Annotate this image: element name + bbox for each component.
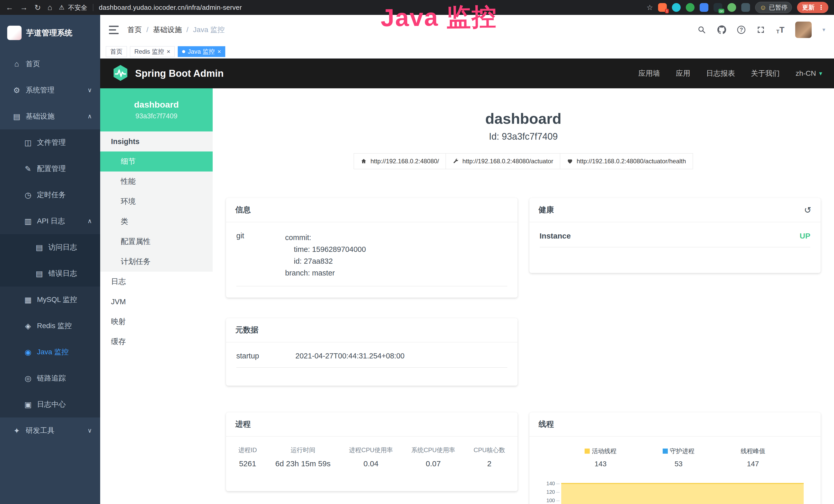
paused-pill[interactable]: ☺ 已暂停 (755, 2, 792, 13)
sba-menu-mappings[interactable]: 映射 (100, 312, 213, 332)
link-label: http://192.168.0.2:48080/actuator (462, 158, 553, 165)
extension-icon-5[interactable]: on (714, 3, 722, 12)
bookmark-star-icon[interactable]: ☆ (646, 3, 653, 12)
reload-icon[interactable]: ↻ (35, 3, 41, 12)
fullscreen-icon[interactable] (756, 25, 765, 35)
sba-nav-about[interactable]: 关于我们 (751, 69, 780, 78)
sba-menu-jvm[interactable]: JVM (100, 292, 213, 312)
sba-menu-scheduled-tasks[interactable]: 计划任务 (100, 252, 213, 272)
font-size-icon[interactable]: TT (776, 25, 785, 35)
active-threads-area (561, 483, 804, 504)
sidebar-item-mysql-monitor[interactable]: ▦ MySQL 监控 (0, 287, 100, 313)
info-line: id: 27aa832 (285, 255, 366, 267)
breadcrumb-infrastructure[interactable]: 基础设施 (153, 25, 182, 35)
extension-icon-7[interactable] (741, 3, 750, 12)
search-icon[interactable] (697, 25, 706, 35)
tab-redis-monitor[interactable]: Redis 监控 × (130, 46, 175, 57)
column-header: 运行时间 (275, 446, 331, 454)
back-icon[interactable]: ← (6, 3, 13, 12)
sba-sidebar: dashboard 93a3fc7f7409 Insights 细节 性能 环境… (100, 88, 213, 504)
chart-y-axis: 140 120 100 (539, 479, 561, 504)
sidebar-item-label: 首页 (26, 59, 40, 69)
health-card: 健康 ↺ Instance UP (529, 198, 821, 273)
sba-body: dashboard 93a3fc7f7409 Insights 细节 性能 环境… (100, 88, 834, 504)
extension-badge: on (719, 9, 725, 13)
card-title: 进程 (226, 412, 518, 437)
sba-nav-applications[interactable]: 应用 (676, 69, 690, 78)
menu-dots-icon[interactable]: ⋮ (818, 4, 824, 11)
update-button[interactable]: 更新 ⋮ (797, 2, 828, 13)
sba-menu-caches[interactable]: 缓存 (100, 332, 213, 352)
sidebar-item-error-logs[interactable]: ▤ 错误日志 (0, 260, 100, 287)
app-logo[interactable]: 芋道管理系统 (0, 15, 100, 51)
browser-home-icon[interactable]: ⌂ (47, 3, 52, 12)
column-value: 6d 23h 15m 59s (275, 459, 331, 468)
chevron-down-icon[interactable]: ▾ (822, 26, 825, 33)
gear-icon: ⚙ (11, 86, 23, 95)
sba-menu-classes[interactable]: 类 (100, 211, 213, 232)
breadcrumb-home[interactable]: 首页 (127, 25, 142, 35)
app-title: 芋道管理系统 (26, 28, 72, 38)
app-frame: 芋道管理系统 ⌂ 首页 ⚙ 系统管理 ∨ ▤ 基础设施 ∧ ◫ 文件管理 ✎ (0, 15, 834, 504)
sba-nav-wallboard[interactable]: 应用墙 (639, 69, 660, 78)
sba-menu-metrics[interactable]: 性能 (100, 171, 213, 191)
extension-icon-4[interactable] (700, 3, 708, 12)
sidebar-item-access-logs[interactable]: ▤ 访问日志 (0, 234, 100, 260)
chevron-down-icon: ▾ (819, 70, 822, 77)
sidebar-item-label: 访问日志 (48, 243, 77, 252)
locale-select[interactable]: zh-CN ▾ (796, 69, 822, 77)
sidebar-item-system-management[interactable]: ⚙ 系统管理 ∨ (0, 77, 100, 103)
sidebar-item-api-logs[interactable]: ▥ API 日志 ∧ (0, 208, 100, 234)
sidebar-item-log-center[interactable]: ▣ 日志中心 (0, 391, 100, 417)
extension-icon-3[interactable] (686, 3, 695, 12)
tab-home[interactable]: 首页 (106, 46, 127, 57)
hamburger-icon[interactable] (109, 26, 119, 34)
sba-menu-environment[interactable]: 环境 (100, 191, 213, 211)
sba-brand[interactable]: Spring Boot Admin (135, 68, 224, 79)
close-icon[interactable]: × (167, 48, 170, 55)
help-icon[interactable]: ? (737, 26, 745, 34)
breadcrumb-current: Java 监控 (193, 25, 225, 35)
legend-label: 线程峰值 (741, 447, 765, 455)
sidebar-item-dev-tools[interactable]: ✦ 研发工具 ∨ (0, 417, 100, 444)
card-title: 健康 ↺ (529, 198, 821, 222)
sba-menu-loggers[interactable]: 日志 (100, 272, 213, 292)
sidebar-item-config-management[interactable]: ✎ 配置管理 (0, 156, 100, 182)
forward-icon[interactable]: → (20, 3, 28, 12)
sba-nav-journal[interactable]: 日志报表 (706, 69, 735, 78)
threads-legend: 活动线程 143 守护进程 53 线程峰值 14 (539, 444, 812, 468)
tab-label: Java 监控 (188, 47, 215, 56)
extension-icon-1[interactable]: 1 (658, 3, 667, 12)
health-url-link[interactable]: http://192.168.0.2:48080/actuator/health (560, 153, 693, 169)
mysql-icon: ▦ (22, 295, 34, 304)
address-bar[interactable]: ⚠ 不安全 dashboard.yudao.iocoder.cn/infra/a… (59, 3, 242, 12)
actuator-url-link[interactable]: http://192.168.0.2:48080/actuator (446, 153, 560, 169)
extension-icon-6[interactable] (727, 3, 736, 12)
sidebar-item-home[interactable]: ⌂ 首页 (0, 51, 100, 77)
extension-icon-2[interactable] (672, 3, 681, 12)
avatar[interactable] (795, 22, 812, 38)
history-icon[interactable]: ↺ (804, 205, 812, 215)
sidebar-item-java-monitor[interactable]: ◉ Java 监控 (0, 339, 100, 365)
insights-group: Insights 细节 性能 环境 类 配置属性 计划任务 (100, 132, 213, 272)
close-icon[interactable]: × (217, 48, 221, 55)
y-tick: 100 (539, 496, 560, 504)
sidebar-item-label: Java 监控 (37, 347, 69, 357)
sidebar-item-redis-monitor[interactable]: ◈ Redis 监控 (0, 313, 100, 339)
instance-header[interactable]: dashboard 93a3fc7f7409 (100, 88, 213, 132)
sidebar-item-scheduled-tasks[interactable]: ◷ 定时任务 (0, 182, 100, 208)
breadcrumb: 首页 / 基础设施 / Java 监控 (127, 25, 225, 35)
threads-chart: 140 120 100 (539, 479, 812, 504)
sidebar-item-infrastructure[interactable]: ▤ 基础设施 ∧ (0, 103, 100, 130)
sidebar-item-label: 链路追踪 (37, 373, 66, 383)
sba-menu-config-props[interactable]: 配置属性 (100, 232, 213, 252)
sidebar-item-trace[interactable]: ◎ 链路追踪 (0, 365, 100, 391)
tab-java-monitor[interactable]: Java 监控 × (178, 46, 225, 57)
browser-right-cluster: ☆ 1 on ☺ 已暂停 更新 ⋮ (646, 2, 828, 13)
sidebar-item-file-management[interactable]: ◫ 文件管理 (0, 130, 100, 156)
chevron-down-icon: ∨ (87, 87, 92, 94)
github-icon[interactable] (717, 25, 726, 35)
sidebar-item-label: 错误日志 (48, 269, 77, 278)
sba-menu-details[interactable]: 细节 (100, 152, 213, 171)
service-url-link[interactable]: http://192.168.0.2:48080/ (354, 153, 446, 169)
